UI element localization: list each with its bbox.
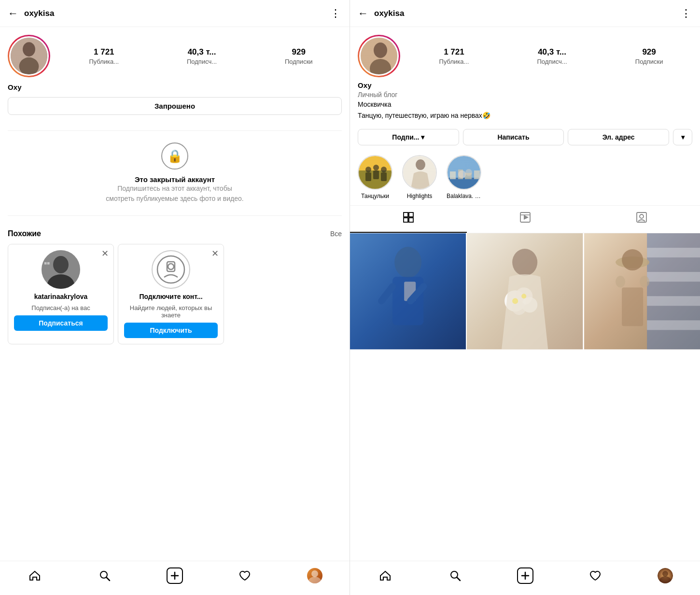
posts-tabs <box>350 205 700 233</box>
tagged-icon <box>636 212 647 226</box>
nav-home-right[interactable] <box>374 566 397 585</box>
more-button-left[interactable]: ⋮ <box>330 7 342 20</box>
bio-category: Личный блог <box>358 91 692 99</box>
subscribe-label: Подпи... ▾ <box>392 133 424 141</box>
avatar-right[interactable] <box>358 35 400 77</box>
message-button[interactable]: Написать <box>463 129 564 145</box>
nav-likes-right[interactable] <box>584 566 607 585</box>
connect-button-1[interactable]: Подключить <box>124 323 218 338</box>
svg-rect-63 <box>647 248 700 257</box>
more-options-button[interactable]: ▾ <box>673 129 692 145</box>
nav-add-left[interactable] <box>163 566 186 585</box>
locked-title: Это закрытый аккаунт <box>102 175 247 184</box>
svg-rect-39 <box>409 212 413 217</box>
svg-point-18 <box>374 42 387 58</box>
lock-icon: 🔒 <box>161 142 188 170</box>
similar-title: Похожие <box>8 229 41 238</box>
svg-point-16 <box>308 577 322 583</box>
similar-all-button[interactable]: Все <box>330 230 342 238</box>
post-cell-2[interactable] <box>584 233 700 349</box>
highlight-item-0[interactable]: Танцульки <box>358 155 392 199</box>
post-cell-1[interactable] <box>467 233 583 349</box>
nav-likes-left[interactable] <box>233 566 256 585</box>
highlight-circle-2 <box>447 155 481 190</box>
card-name-1: Подключите конт... <box>139 293 202 300</box>
svg-rect-41 <box>409 218 413 222</box>
svg-rect-25 <box>365 172 371 181</box>
svg-point-24 <box>381 167 387 172</box>
plus-icon-right <box>517 567 533 584</box>
card-close-1[interactable]: ✕ <box>211 248 219 259</box>
svg-rect-65 <box>647 296 700 306</box>
stat-followers-right[interactable]: 40,3 т... Подписч... <box>537 47 567 65</box>
svg-point-60 <box>521 294 526 298</box>
bio-section: Оху Личный блог Москвичка Танцую, путеше… <box>350 79 700 124</box>
nav-add-right[interactable] <box>514 566 537 585</box>
svg-point-59 <box>512 298 518 304</box>
svg-point-48 <box>394 247 421 278</box>
card-close-0[interactable]: ✕ <box>101 248 109 259</box>
email-label: Эл. адрес <box>602 133 635 141</box>
svg-point-54 <box>512 249 537 276</box>
svg-point-1 <box>23 42 35 57</box>
more-button-right[interactable]: ⋮ <box>681 7 692 20</box>
stat-posts-left[interactable]: 1 721 Публика... <box>89 47 119 65</box>
svg-marker-43 <box>524 215 529 220</box>
nav-profile-left[interactable] <box>303 566 326 585</box>
svg-rect-38 <box>404 212 408 217</box>
svg-text:■■: ■■ <box>44 260 50 266</box>
highlight-label-0: Танцульки <box>361 193 389 199</box>
nav-profile-right[interactable] <box>654 566 677 585</box>
tab-reels[interactable] <box>467 206 584 233</box>
highlight-circle-0 <box>358 155 392 190</box>
nav-search-right[interactable] <box>444 566 467 585</box>
stat-followers-left[interactable]: 40,3 т... Подписч... <box>187 47 217 65</box>
back-button-right[interactable]: ← <box>358 7 368 20</box>
posts-grid <box>350 233 700 561</box>
svg-point-4 <box>53 256 69 273</box>
avatar-left[interactable] <box>8 35 50 77</box>
subscribe-button[interactable]: Подпи... ▾ <box>358 129 459 145</box>
stat-following-right[interactable]: 929 Подписки <box>635 47 663 65</box>
highlight-label-1: Highlights <box>407 193 433 199</box>
profile-section-right: 1 721 Публика... 40,3 т... Подписч... 92… <box>350 27 700 79</box>
post-cell-0[interactable] <box>350 233 466 349</box>
header-left: ← oxykisa ⋮ <box>0 0 350 27</box>
card-desc-0: Подписан(-а) на вас <box>31 304 90 312</box>
stat-posts-right[interactable]: 1 721 Публика... <box>439 47 469 65</box>
locked-description: Подпишитесь на этот аккаунт, чтобы смотр… <box>102 184 247 204</box>
svg-line-11 <box>107 578 110 581</box>
nav-home-left[interactable] <box>23 566 46 585</box>
header-username-left: oxykisa <box>24 9 54 18</box>
highlight-item-2[interactable]: Balaklava. Cr... <box>447 155 481 199</box>
bio-line-1: Танцую, путешествую, играю на нервах🤣 <box>358 111 692 121</box>
svg-point-70 <box>640 276 649 287</box>
stats-row-right: 1 721 Публика... 40,3 т... Подписч... 92… <box>410 47 692 65</box>
highlight-item-1[interactable]: Highlights <box>402 155 437 199</box>
profile-section-left: 1 721 Публика... 40,3 т... Подписч... 92… <box>0 27 350 123</box>
tab-tagged[interactable] <box>583 206 700 233</box>
header-right: ← oxykisa ⋮ <box>350 0 700 27</box>
svg-rect-71 <box>622 287 643 326</box>
display-name-right: Оху <box>358 81 692 89</box>
locked-section: 🔒 Это закрытый аккаунт Подпишитесь на эт… <box>8 130 342 216</box>
nav-avatar-left <box>307 568 322 583</box>
similar-card-0: ✕ ■■ katarinaakrylova Подписан(-а) на ва… <box>8 244 114 344</box>
svg-point-77 <box>662 571 668 577</box>
email-button[interactable]: Эл. адрес <box>568 129 669 145</box>
svg-rect-27 <box>381 172 387 181</box>
stat-following-left[interactable]: 929 Подписки <box>285 47 313 65</box>
tab-grid[interactable] <box>350 206 467 233</box>
svg-rect-26 <box>373 170 379 179</box>
svg-point-68 <box>622 249 643 270</box>
card-avatar-0: ■■ <box>42 250 80 289</box>
svg-point-9 <box>168 264 174 269</box>
svg-rect-31 <box>448 178 481 190</box>
back-button-left[interactable]: ← <box>8 7 18 20</box>
card-desc-1: Найдите людей, которых вы знаете <box>124 304 218 319</box>
request-follow-button[interactable]: Запрошено <box>8 97 342 115</box>
display-name-left: Оху <box>8 83 342 91</box>
follow-button-0[interactable]: Подписаться <box>14 315 108 331</box>
svg-point-22 <box>365 167 371 172</box>
nav-search-left[interactable] <box>93 566 116 585</box>
